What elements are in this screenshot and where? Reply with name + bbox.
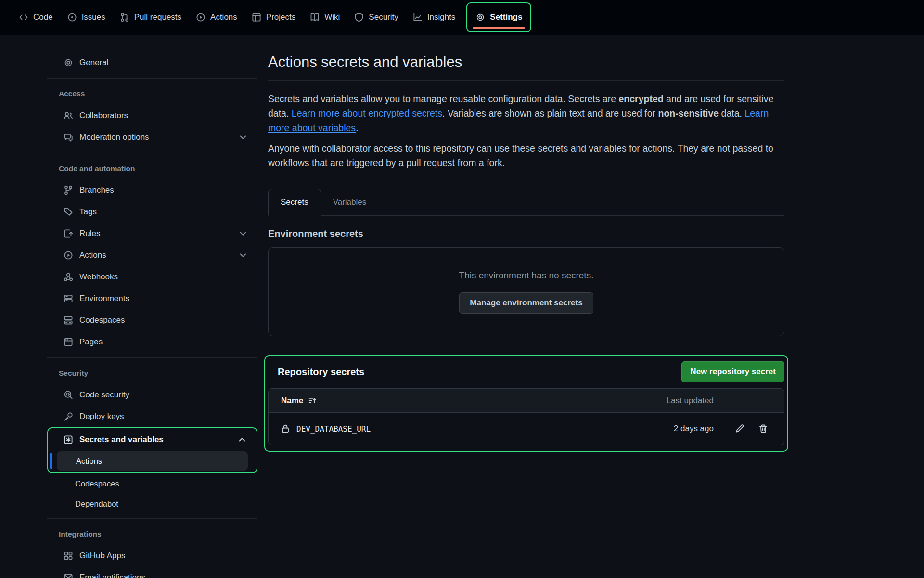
collaborator-access-paragraph: Anyone with collaborator access to this …: [268, 141, 784, 170]
sidebar-item-secrets-and-variables[interactable]: Secrets and variables: [48, 429, 257, 450]
rules-icon: [64, 229, 73, 238]
repository-secrets-heading: Repository secrets: [278, 367, 364, 378]
sidebar-item-environments-label: Environments: [79, 294, 129, 303]
chevron-down-icon[interactable]: [238, 132, 248, 142]
sidebar-item-codespaces-label: Codespaces: [79, 315, 125, 325]
nav-tab-wiki[interactable]: Wiki: [303, 5, 347, 29]
sidebar-item-environments[interactable]: Environments: [47, 288, 257, 309]
pencil-edit-icon[interactable]: [735, 424, 744, 434]
sidebar-item-rules[interactable]: Rules: [47, 223, 257, 244]
gear-icon: [475, 13, 485, 22]
tab-variables[interactable]: Variables: [321, 189, 379, 215]
chevron-up-icon[interactable]: [237, 435, 247, 445]
intro-text-1: Secrets and variables allow you to manag…: [268, 93, 618, 104]
nav-tab-actions-label: Actions: [210, 13, 237, 22]
secret-updated-cell: 2 days ago: [644, 424, 726, 434]
sidebar-item-github-apps[interactable]: GitHub Apps: [47, 545, 257, 566]
environment-empty-text: This environment has no secrets.: [459, 270, 594, 281]
sidebar-item-actions[interactable]: Actions: [47, 244, 257, 266]
sidebar-item-general-label: General: [79, 58, 108, 67]
tab-secrets[interactable]: Secrets: [268, 189, 321, 216]
webhook-icon: [64, 272, 73, 282]
sidebar-item-webhooks[interactable]: Webhooks: [47, 266, 257, 288]
active-tab-underline: [473, 27, 525, 29]
asterisk-box-icon: [64, 435, 73, 445]
table-header-row: Name Last updated: [269, 389, 784, 413]
environment-secrets-box: This environment has no secrets. Manage …: [268, 247, 784, 336]
sidebar-subitem-codespaces-label: Codespaces: [75, 479, 119, 488]
sidebar-subitem-codespaces[interactable]: Codespaces: [56, 474, 249, 493]
sidebar-subitem-actions[interactable]: Actions: [57, 451, 248, 471]
sidebar-item-tags[interactable]: Tags: [47, 201, 257, 223]
play-icon: [64, 250, 73, 260]
graph-icon: [413, 13, 423, 22]
intro-text-5: .: [356, 122, 358, 133]
intro-bold-encrypted: encrypted: [618, 93, 663, 104]
code-icon: [19, 13, 28, 22]
nav-tab-projects[interactable]: Projects: [244, 5, 303, 29]
issue-opened-icon: [67, 13, 77, 22]
server-rows-icon: [64, 294, 73, 303]
sidebar-item-actions-label: Actions: [79, 250, 106, 260]
sidebar-item-code-security-label: Code security: [79, 390, 129, 400]
secret-name-cell: DEV_DATABASE_URL: [269, 424, 644, 434]
selected-accent-bar: [50, 453, 52, 469]
divider: [47, 78, 257, 79]
sidebar-item-collaborators[interactable]: Collaborators: [47, 105, 257, 126]
nav-tab-pull-requests[interactable]: Pull requests: [113, 5, 189, 29]
intro-text-3: . Variables are shown as plain text and …: [442, 108, 658, 118]
divider: [47, 357, 257, 358]
codespaces-icon: [64, 315, 73, 325]
manage-environment-secrets-button[interactable]: Manage environment secrets: [459, 292, 593, 314]
shield-icon: [354, 13, 364, 22]
gear-icon: [64, 58, 73, 67]
name-column-header[interactable]: Name: [269, 396, 644, 406]
nav-tab-actions[interactable]: Actions: [189, 5, 244, 29]
intro-text-4: data.: [719, 108, 744, 118]
divider: [268, 80, 784, 81]
sidebar-subitem-dependabot[interactable]: Dependabot: [56, 494, 249, 513]
sort-ascending-icon[interactable]: [308, 396, 317, 405]
chevron-down-icon[interactable]: [238, 250, 248, 260]
secrets-variables-tabs: Secrets Variables: [268, 189, 784, 216]
last-updated-column-header: Last updated: [644, 396, 726, 406]
sidebar-item-code-security[interactable]: Code security: [47, 384, 257, 406]
sidebar-item-email-notifications-label: Email notifications: [79, 573, 145, 578]
play-icon: [196, 13, 205, 22]
browser-icon: [64, 337, 73, 347]
name-header-label: Name: [281, 396, 303, 406]
key-icon: [64, 412, 73, 421]
nav-tab-settings[interactable]: Settings: [466, 2, 531, 32]
sidebar-item-tags-label: Tags: [79, 207, 97, 217]
sidebar-section-code-and-automation: Code and automation: [47, 158, 257, 179]
sidebar-section-access: Access: [47, 83, 257, 105]
sidebar-item-branches[interactable]: Branches: [47, 179, 257, 201]
settings-sidebar: General Access Collaborators Moderation …: [47, 35, 257, 578]
nav-tab-security[interactable]: Security: [347, 5, 405, 29]
repository-secrets-header: Repository secrets New repository secret: [268, 359, 784, 388]
trash-delete-icon[interactable]: [758, 424, 768, 434]
git-pull-request-icon: [120, 13, 129, 22]
sidebar-item-deploy-keys-label: Deploy keys: [79, 412, 124, 421]
sidebar-item-moderation-options[interactable]: Moderation options: [47, 126, 257, 148]
sidebar-item-email-notifications[interactable]: Email notifications: [47, 566, 257, 578]
comment-discussion-icon: [64, 132, 73, 142]
sidebar-item-github-apps-label: GitHub Apps: [79, 551, 125, 561]
sidebar-item-deploy-keys[interactable]: Deploy keys: [47, 406, 257, 427]
new-repository-secret-button[interactable]: New repository secret: [681, 361, 784, 382]
sidebar-item-codespaces[interactable]: Codespaces: [47, 309, 257, 331]
nav-tab-code[interactable]: Code: [12, 5, 60, 29]
chevron-down-icon[interactable]: [238, 229, 248, 238]
sidebar-section-integrations: Integrations: [47, 524, 257, 545]
link-learn-encrypted-secrets[interactable]: Learn more about encrypted secrets: [292, 108, 442, 118]
sidebar-item-webhooks-label: Webhooks: [79, 272, 118, 282]
codescan-icon: [64, 390, 73, 400]
nav-tab-issues[interactable]: Issues: [60, 5, 113, 29]
sidebar-item-general[interactable]: General: [47, 52, 257, 73]
nav-tab-security-label: Security: [369, 13, 398, 22]
divider: [47, 153, 257, 153]
nav-tab-settings-label: Settings: [490, 13, 522, 22]
sidebar-item-branches-label: Branches: [79, 185, 114, 195]
nav-tab-insights[interactable]: Insights: [406, 5, 463, 29]
sidebar-item-pages[interactable]: Pages: [47, 331, 257, 353]
